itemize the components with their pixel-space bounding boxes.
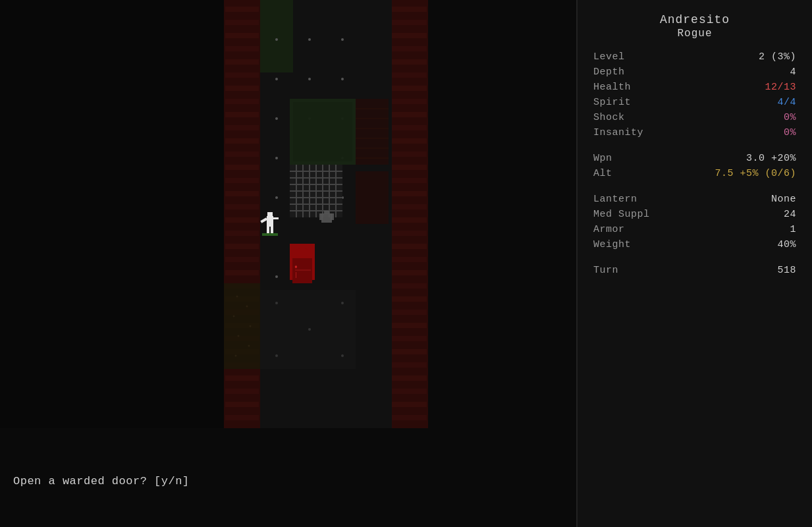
svg-rect-61	[225, 244, 259, 249]
svg-point-80	[275, 38, 278, 41]
svg-rect-1	[0, 0, 224, 428]
svg-point-148	[235, 355, 237, 357]
svg-rect-78	[326, 0, 359, 53]
health-value: 12/13	[765, 82, 796, 93]
svg-point-151	[341, 302, 344, 304]
svg-rect-36	[390, 349, 427, 354]
stat-row-shock: Shock 0%	[593, 112, 796, 123]
svg-point-152	[308, 328, 311, 331]
depth-value: 4	[790, 67, 796, 78]
svg-rect-123	[331, 213, 334, 220]
level-value: 2 (3%)	[759, 51, 796, 63]
svg-point-83	[275, 78, 278, 80]
health-label: Health	[593, 82, 631, 93]
divider-2	[593, 183, 796, 194]
svg-rect-33	[390, 310, 427, 315]
svg-rect-134	[356, 171, 389, 224]
svg-rect-47	[225, 59, 259, 65]
level-label: Level	[593, 51, 625, 63]
svg-rect-32	[390, 296, 427, 302]
stats-panel: Andresito Rogue Level 2 (3%) Depth 4 Hea…	[576, 0, 812, 527]
svg-rect-11	[390, 20, 427, 25]
prompt-text: Open a warded door? [y/n]	[13, 475, 190, 487]
character-class: Rogue	[593, 28, 796, 40]
armor-label: Armor	[593, 224, 625, 235]
alt-value: 7.5 +5% (0/6)	[715, 168, 796, 179]
svg-rect-126	[292, 258, 312, 283]
svg-point-91	[275, 196, 278, 199]
svg-point-145	[250, 325, 252, 327]
svg-rect-30	[390, 270, 427, 275]
svg-point-147	[248, 345, 250, 347]
stat-row-armor: Armor 1	[593, 224, 796, 235]
svg-point-89	[275, 157, 278, 159]
svg-text:|: |	[294, 272, 298, 278]
svg-rect-24	[390, 191, 427, 196]
stat-row-med-suppl: Med Suppl 24	[593, 209, 796, 220]
svg-point-143	[246, 306, 248, 308]
svg-rect-46	[225, 46, 259, 51]
svg-rect-58	[225, 204, 259, 209]
svg-rect-17	[390, 99, 427, 104]
alt-label: Alt	[593, 168, 612, 179]
lantern-value: None	[771, 194, 796, 205]
svg-rect-113	[293, 102, 352, 161]
game-viewport: ♦ |	[0, 0, 576, 527]
svg-rect-26	[390, 217, 427, 223]
turn-label: Turn	[593, 265, 618, 276]
shock-value: 0%	[784, 112, 796, 123]
svg-rect-20	[390, 138, 427, 144]
svg-rect-29	[390, 257, 427, 262]
lantern-label: Lantern	[593, 194, 637, 205]
divider-3	[593, 254, 796, 265]
stat-row-weight: Weight 40%	[593, 239, 796, 250]
spirit-value: 4/4	[777, 97, 796, 108]
svg-rect-53	[225, 138, 259, 144]
shock-label: Shock	[593, 112, 625, 123]
svg-rect-55	[225, 165, 259, 170]
svg-rect-18	[390, 112, 427, 117]
svg-rect-72	[225, 389, 259, 394]
svg-rect-44	[225, 20, 259, 25]
svg-rect-73	[225, 402, 259, 407]
svg-rect-71	[225, 375, 259, 381]
character-name: Andresito	[593, 13, 796, 26]
svg-point-82	[341, 38, 344, 41]
svg-rect-118	[267, 227, 269, 233]
svg-rect-15	[390, 72, 427, 78]
svg-rect-49	[225, 86, 259, 91]
svg-point-86	[275, 117, 278, 120]
svg-rect-22	[390, 165, 427, 170]
svg-rect-37	[390, 362, 427, 368]
svg-rect-74	[225, 415, 259, 420]
wpn-label: Wpn	[593, 153, 612, 164]
svg-text:♦: ♦	[294, 264, 298, 270]
svg-rect-16	[390, 86, 427, 91]
svg-point-93	[275, 275, 278, 278]
stat-row-health: Health 12/13	[593, 82, 796, 93]
svg-rect-141	[224, 283, 260, 369]
stat-row-alt: Alt 7.5 +5% (0/6)	[593, 168, 796, 179]
svg-rect-19	[390, 125, 427, 130]
svg-rect-54	[225, 152, 259, 157]
svg-rect-60	[225, 231, 259, 236]
svg-rect-28	[390, 244, 427, 249]
svg-rect-149	[260, 290, 356, 369]
svg-point-146	[238, 335, 240, 337]
svg-rect-57	[225, 191, 259, 196]
svg-rect-41	[390, 415, 427, 420]
stat-row-turn: Turn 518	[593, 265, 796, 276]
svg-rect-27	[390, 231, 427, 236]
svg-rect-10	[390, 7, 427, 12]
dungeon-scene: ♦ |	[0, 0, 576, 428]
svg-rect-31	[390, 283, 427, 289]
svg-rect-124	[324, 211, 329, 214]
svg-rect-121	[321, 213, 332, 223]
armor-value: 1	[790, 224, 796, 235]
turn-value: 518	[777, 265, 796, 276]
svg-point-84	[308, 78, 311, 80]
svg-rect-77	[293, 0, 326, 53]
med-suppl-value: 24	[784, 209, 796, 220]
svg-point-154	[341, 354, 344, 357]
svg-point-153	[275, 354, 278, 357]
